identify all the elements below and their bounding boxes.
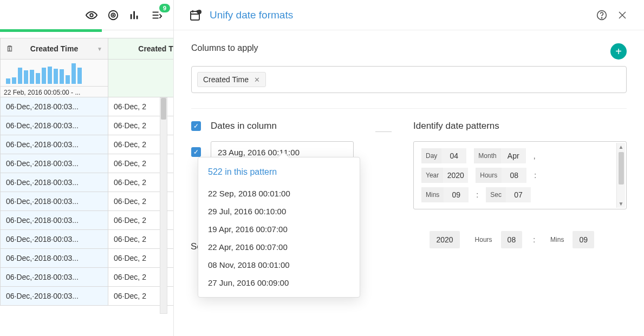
table-row[interactable]: 06·Dec,·2018·00:03...06·Dec, 2 <box>0 154 173 173</box>
eye-icon[interactable] <box>86 9 97 21</box>
cell: 06·Dec,·2018·00:03... <box>0 268 108 287</box>
left-toolbar: 9 <box>0 0 173 30</box>
popup-title: 522 in this pattern <box>198 167 360 185</box>
table-row[interactable]: 06·Dec,·2018·00:03...06·Dec, 2 <box>0 230 173 249</box>
pat-year-label: Year <box>421 168 443 182</box>
panel-header: Unify date formats <box>174 0 644 30</box>
popup-item[interactable]: 29 Jul, 2016 00:10:00 <box>198 202 360 220</box>
grid-scrollbar[interactable] <box>160 97 167 314</box>
pat-month-label: Month <box>474 149 500 163</box>
progress-bar <box>0 29 102 32</box>
pat-mins-label: Mins <box>421 188 444 202</box>
cell: 06·Dec,·2018·00:03... <box>0 173 108 192</box>
cell: 06·Dec,·2018·00:03... <box>0 249 108 268</box>
colon-sep: : <box>533 235 535 244</box>
table-row[interactable]: 06·Dec,·2018·00:03...06·Dec, 2 <box>0 116 173 135</box>
cell: 06·Dec,·2018·00:03... <box>0 116 108 135</box>
pat-hours-val[interactable]: 08 <box>502 168 526 183</box>
pat-year-val[interactable]: 2020 <box>443 168 468 183</box>
cell: 06·Dec,·2018·00:03... <box>0 211 108 230</box>
chevron-down-icon: ▼ <box>97 46 102 52</box>
comma-sep: , <box>534 151 536 160</box>
cell: 06·Dec,·2018·00:03... <box>0 287 108 306</box>
dates-checkbox[interactable]: ✓ <box>191 121 201 131</box>
bars-icon[interactable] <box>129 9 141 21</box>
toolbar-badge: 9 <box>159 4 170 12</box>
pat-hours-label: Hours <box>476 168 502 182</box>
column-label: Created Time <box>30 44 78 53</box>
popup-item[interactable]: 22 Sep, 2018 00:01:00 <box>198 185 360 202</box>
colon-sep: : <box>534 171 536 180</box>
out-hours[interactable]: 08 <box>501 231 523 248</box>
panel-title: Unify date formats <box>210 9 293 21</box>
pattern-box: Day04 MonthApr , Year2020 Hours08 : Mins… <box>413 141 627 209</box>
pattern-samples-popup: 522 in this pattern 22 Sep, 2018 00:01:0… <box>198 157 360 298</box>
svg-point-0 <box>90 14 93 17</box>
popup-item[interactable]: 22 Apr, 2016 00:07:00 <box>198 238 360 256</box>
table-row[interactable]: 06·Dec,·2018·00:03...06·Dec, 2 <box>0 135 173 154</box>
pattern-scrollbar[interactable]: ▲ ▼ <box>616 143 625 208</box>
pat-day-val[interactable]: 04 <box>441 148 466 163</box>
cell: 06·Dec,·2018·00:03... <box>0 154 108 173</box>
popup-item[interactable]: 08 Nov, 2018 00:01:00 <box>198 256 360 274</box>
colon-sep: : <box>476 190 478 199</box>
dates-heading: Dates in column <box>211 121 277 131</box>
cell: 06·Dec,·2018·00:03... <box>0 135 108 154</box>
column-histogram[interactable]: 22 Feb, 2016 00:05:00 - ... <box>0 60 108 97</box>
pat-sec-label: Sec <box>486 188 506 202</box>
column-header-2[interactable]: Created Time <box>108 38 173 60</box>
svg-rect-5 <box>133 11 135 19</box>
sample-checkbox[interactable]: ✓ <box>191 147 201 157</box>
calendar-icon: 🗓 <box>6 44 14 53</box>
cell: 06·Dec,·2018·00:03... <box>0 192 108 211</box>
table-row[interactable]: 06·Dec,·2018·00:03...06·Dec, 2 <box>0 249 173 268</box>
svg-point-17 <box>601 17 602 18</box>
pat-sec-val[interactable]: 07 <box>506 187 531 202</box>
table-row[interactable]: 06·Dec,·2018·00:03...06·Dec, 2 <box>0 192 173 211</box>
columns-chips-box[interactable]: Created Time ✕ <box>191 66 627 93</box>
scroll-up-icon[interactable]: ▲ <box>619 143 624 151</box>
table-row[interactable]: 06·Dec,·2018·00:03...06·Dec, 2 <box>0 97 173 116</box>
pat-mins-val[interactable]: 09 <box>444 187 469 202</box>
columns-to-apply-label: Columns to apply <box>191 43 258 53</box>
column-header-1[interactable]: 🗓 Created Time ▼ <box>0 38 108 60</box>
svg-point-3 <box>113 15 114 16</box>
chip-remove-icon[interactable]: ✕ <box>254 76 260 84</box>
svg-point-15 <box>199 11 200 12</box>
target-icon[interactable] <box>107 9 119 21</box>
out-year[interactable]: 2020 <box>430 231 459 248</box>
svg-rect-6 <box>136 15 138 18</box>
help-icon[interactable] <box>595 9 608 22</box>
out-mins-label: Mins <box>546 233 568 247</box>
connector-line <box>375 131 392 132</box>
table-row[interactable]: 06·Dec,·2018·00:03...06·Dec, 2 <box>0 173 173 192</box>
table-row[interactable]: 06·Dec,·2018·00:03...06·Dec, 2 <box>0 268 173 287</box>
cell: 06·Dec,·2018·00:03... <box>0 230 108 249</box>
add-column-button[interactable]: + <box>610 43 627 60</box>
table-row[interactable]: 06·Dec,·2018·00:03...06·Dec, 2 <box>0 211 173 230</box>
list-icon[interactable]: 9 <box>151 9 162 21</box>
out-hours-label: Hours <box>471 233 497 247</box>
pat-day-label: Day <box>421 149 441 163</box>
scroll-down-icon[interactable]: ▼ <box>619 200 624 208</box>
identify-heading: Identify date patterns <box>413 121 627 131</box>
column-label: Created Time <box>138 44 173 53</box>
pat-month-val[interactable]: Apr <box>501 148 526 163</box>
column-histogram-2[interactable] <box>108 60 173 97</box>
out-mins[interactable]: 09 <box>573 231 594 248</box>
popup-item[interactable]: 27 Jun, 2016 00:09:00 <box>198 274 360 292</box>
cell: 06·Dec,·2018·00:03... <box>0 97 108 116</box>
data-grid: 🗓 Created Time ▼ Created Time 22 Feb, 20… <box>0 38 173 336</box>
histogram-range: 22 Feb, 2016 00:05:00 - ... <box>1 86 108 96</box>
chip-label: Created Time <box>203 75 249 84</box>
calendar-gear-icon <box>189 9 202 22</box>
close-icon[interactable] <box>616 9 629 22</box>
table-row[interactable]: 06·Dec,·2018·00:03...06·Dec, 2 <box>0 287 173 306</box>
svg-rect-4 <box>131 14 132 19</box>
column-chip: Created Time ✕ <box>197 72 266 87</box>
popup-item[interactable]: 19 Apr, 2016 00:07:00 <box>198 220 360 238</box>
